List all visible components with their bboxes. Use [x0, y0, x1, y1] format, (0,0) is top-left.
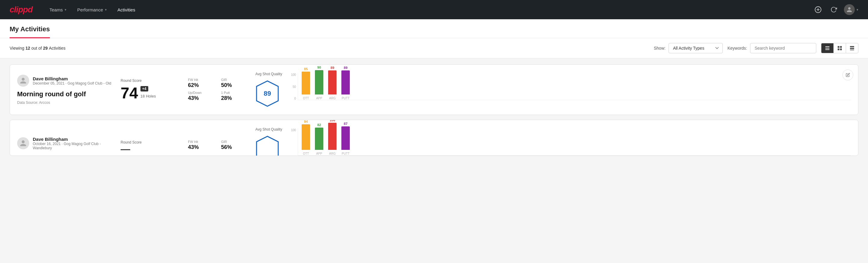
fw-hit-label-2: FW Hit — [188, 140, 215, 144]
refresh-button[interactable] — [828, 4, 839, 15]
svg-rect-12 — [850, 50, 854, 50]
quality-section-2: Avg Shot Quality 100 — [255, 127, 851, 156]
fw-hit-label-1: FW Hit — [188, 78, 215, 82]
score-holes-1: 18 Holes — [141, 94, 156, 98]
round-score-1: Round Score 74 +4 18 Holes — [121, 79, 181, 101]
user-info-2: Dave Billingham October 16, 2021 · Gog M… — [33, 137, 114, 150]
keywords-label: Keywords: — [727, 46, 747, 51]
avg-shot-label-1: Avg Shot Quality — [255, 72, 282, 76]
activity-card-2: Dave Billingham October 16, 2021 · Gog M… — [10, 120, 858, 156]
fw-hit-value-1: 62% — [188, 82, 215, 88]
y-label-100: 100 — [291, 73, 296, 77]
round-score-label-2: Round Score — [121, 140, 181, 144]
show-filter: Show: All Activity Types Rounds Practice — [654, 43, 723, 53]
teams-chevron-icon: ▾ — [65, 8, 66, 12]
navbar: clippd Teams ▾ Performance ▾ Activities — [0, 0, 868, 19]
add-button[interactable] — [813, 4, 824, 15]
svg-rect-4 — [825, 48, 830, 49]
nav-right: ▾ — [813, 4, 858, 15]
y-label-0: 0 — [294, 97, 296, 100]
bar-arg-label-1: ARG — [329, 96, 336, 100]
user-avatar-2 — [17, 137, 29, 149]
stats-2: FW Hit 43% GIR 56% — [188, 140, 248, 150]
user-chevron-icon: ▾ — [857, 8, 858, 12]
bar-chart-2: 100 94 OTT 82 — [289, 128, 851, 156]
bar-app-fill-1 — [315, 70, 323, 94]
svg-rect-11 — [850, 48, 854, 49]
hexagon-2 — [255, 135, 279, 156]
svg-rect-3 — [825, 46, 830, 47]
bar-putt-value-1: 89 — [344, 66, 347, 69]
gir-label-2: GIR — [221, 140, 248, 144]
bar-arg-2: 106 ARG — [328, 120, 337, 155]
bar-arg-1: 89 ARG — [328, 66, 337, 100]
round-score-label-1: Round Score — [121, 79, 181, 83]
bar-putt-1: 89 PUTT — [341, 66, 350, 100]
oneputt-value-1: 28% — [221, 95, 248, 101]
bar-ott-label-1: OTT — [303, 96, 309, 100]
user-row-2: Dave Billingham October 16, 2021 · Gog M… — [17, 137, 114, 150]
bar-ott-1: 85 OTT — [302, 67, 310, 100]
main-content: Dave Billingham December 05, 2021 · Gog … — [0, 58, 868, 167]
bar-putt-2: 87 PUTT — [341, 122, 350, 155]
hexagon-value-1: 89 — [264, 90, 271, 97]
y-axis-2: 100 — [289, 128, 298, 155]
user-date-2: October 16, 2021 · Gog Magog Golf Club -… — [33, 142, 114, 150]
user-date-1: December 05, 2021 · Gog Magog Golf Club … — [33, 81, 111, 85]
bar-chart-1: 100 50 0 85 — [289, 73, 851, 106]
gir-value-2: 56% — [221, 144, 248, 150]
score-dash-2 — [121, 149, 130, 150]
card-user-1: Dave Billingham December 05, 2021 · Gog … — [17, 75, 114, 105]
nav-teams[interactable]: Teams ▾ — [44, 5, 71, 15]
activity-type-select[interactable]: All Activity Types Rounds Practice — [669, 43, 723, 53]
chart-container-1: 100 50 0 85 — [289, 73, 851, 106]
activity-count: Viewing 12 out of 29 Activities — [10, 46, 649, 51]
oneputt-label-1: 1 Putt — [221, 91, 248, 94]
score-display-1: 74 +4 18 Holes — [121, 85, 181, 101]
updown-label-1: Up/Down — [188, 91, 215, 94]
score-badge-1: +4 — [141, 86, 148, 91]
avg-shot-label-2: Avg Shot Quality — [255, 127, 282, 132]
bar-app-2: 82 APP — [315, 123, 323, 155]
view-toggles — [821, 43, 858, 53]
bar-ott-fill-1 — [302, 71, 310, 95]
svg-rect-7 — [840, 46, 842, 48]
show-label: Show: — [654, 46, 665, 51]
bar-app-value-1: 90 — [317, 66, 321, 69]
svg-rect-5 — [825, 49, 830, 50]
score-meta-1: +4 18 Holes — [141, 86, 156, 101]
svg-rect-8 — [838, 49, 839, 50]
nav-activities[interactable]: Activities — [113, 5, 140, 15]
keywords-input[interactable] — [750, 43, 816, 53]
bar-putt-fill-1 — [341, 70, 350, 94]
activity-card-1: Dave Billingham December 05, 2021 · Gog … — [10, 64, 858, 115]
quality-left-1: Avg Shot Quality 89 — [255, 72, 282, 108]
gir-2: GIR 56% — [221, 140, 248, 150]
user-menu-button[interactable]: ▾ — [844, 4, 858, 15]
score-number-1: 74 — [121, 85, 138, 101]
fw-hit-1: FW Hit 62% — [188, 78, 215, 88]
gir-value-1: 50% — [221, 82, 248, 88]
updown-1: Up/Down 43% — [188, 91, 215, 101]
activities-label: Activities — [118, 7, 135, 12]
list-compact-view-button[interactable] — [822, 43, 834, 53]
keywords-filter: Keywords: — [727, 43, 816, 53]
bar-putt-label-1: PUTT — [342, 96, 349, 100]
list-detail-view-button[interactable] — [846, 43, 858, 53]
bar-arg-fill-1 — [328, 70, 337, 94]
user-avatar-1 — [17, 75, 29, 87]
stats-1: FW Hit 62% GIR 50% Up/Down 43% 1 Putt 28… — [188, 78, 248, 101]
quality-section-1: Avg Shot Quality 89 100 50 — [255, 72, 851, 108]
activity-title-1: Morning round of golf — [17, 90, 114, 98]
grid-view-button[interactable] — [834, 43, 846, 53]
chart-container-2: 100 94 OTT 82 — [289, 128, 851, 156]
bar-ott-value-1: 85 — [304, 67, 308, 71]
fw-hit-value-2: 43% — [188, 144, 215, 150]
teams-label: Teams — [49, 7, 63, 12]
performance-label: Performance — [77, 7, 103, 12]
svg-rect-9 — [840, 49, 842, 50]
bars-area-1: 85 OTT 90 APP — [298, 73, 851, 100]
nav-performance[interactable]: Performance ▾ — [72, 5, 112, 15]
hexagon-1: 89 — [255, 80, 279, 108]
updown-value-1: 43% — [188, 95, 215, 101]
